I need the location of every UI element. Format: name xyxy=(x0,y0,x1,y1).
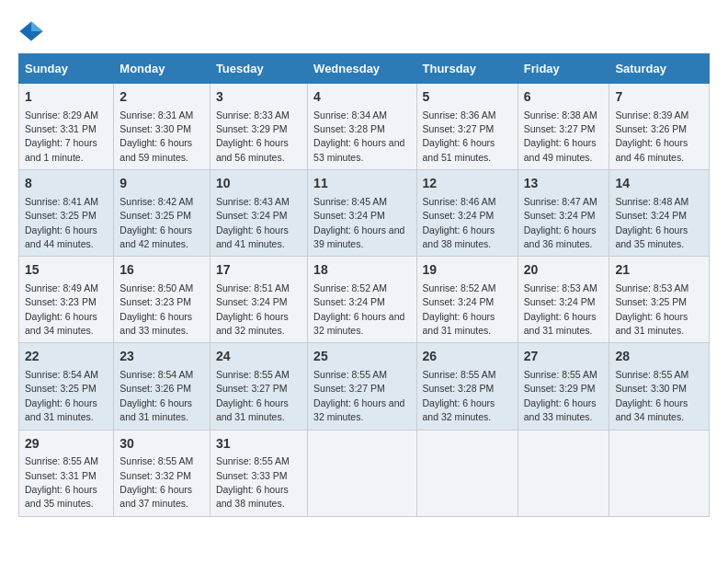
daylight-info: Daylight: 6 hours and 51 minutes. xyxy=(423,137,495,162)
calendar-cell: 24Sunrise: 8:55 AMSunset: 3:27 PMDayligh… xyxy=(210,343,307,430)
calendar-cell: 3Sunrise: 8:33 AMSunset: 3:29 PMDaylight… xyxy=(210,84,307,170)
daylight-info: Daylight: 6 hours and 31 minutes. xyxy=(119,397,192,422)
day-number: 25 xyxy=(313,348,410,366)
day-number: 4 xyxy=(313,88,410,107)
calendar-cell: 14Sunrise: 8:48 AMSunset: 3:24 PMDayligh… xyxy=(609,170,710,257)
column-header-friday: Friday xyxy=(518,54,609,84)
sunset-info: Sunset: 3:24 PM xyxy=(423,210,495,221)
sunset-info: Sunset: 3:33 PM xyxy=(216,470,288,481)
day-number: 8 xyxy=(25,175,108,193)
sunrise-info: Sunrise: 8:42 AM xyxy=(119,196,193,207)
sunrise-info: Sunrise: 8:55 AM xyxy=(615,369,688,380)
daylight-info: Daylight: 6 hours and 32 minutes. xyxy=(313,311,404,336)
daylight-info: Daylight: 6 hours and 59 minutes. xyxy=(119,137,192,162)
calendar-cell: 13Sunrise: 8:47 AMSunset: 3:24 PMDayligh… xyxy=(518,170,609,257)
sunrise-info: Sunrise: 8:47 AM xyxy=(524,196,597,207)
sunset-info: Sunset: 3:24 PM xyxy=(524,210,596,221)
column-header-thursday: Thursday xyxy=(416,54,518,84)
daylight-info: Daylight: 6 hours and 38 minutes. xyxy=(423,224,495,249)
daylight-info: Daylight: 6 hours and 31 minutes. xyxy=(524,311,597,336)
day-number: 6 xyxy=(524,88,604,107)
sunrise-info: Sunrise: 8:52 AM xyxy=(313,282,387,293)
column-header-tuesday: Tuesday xyxy=(210,54,307,84)
column-header-saturday: Saturday xyxy=(609,54,710,84)
calendar-cell: 8Sunrise: 8:41 AMSunset: 3:25 PMDaylight… xyxy=(19,170,114,257)
sunrise-info: Sunrise: 8:55 AM xyxy=(313,369,387,380)
calendar-table: SundayMondayTuesdayWednesdayThursdayFrid… xyxy=(18,53,710,517)
sunrise-info: Sunrise: 8:55 AM xyxy=(119,455,193,466)
sunset-info: Sunset: 3:27 PM xyxy=(216,383,288,394)
sunset-info: Sunset: 3:23 PM xyxy=(25,296,97,307)
calendar-cell: 9Sunrise: 8:42 AMSunset: 3:25 PMDaylight… xyxy=(114,170,210,257)
sunrise-info: Sunrise: 8:52 AM xyxy=(423,282,496,293)
calendar-cell: 31Sunrise: 8:55 AMSunset: 3:33 PMDayligh… xyxy=(210,430,307,516)
calendar-cell: 2Sunrise: 8:31 AMSunset: 3:30 PMDaylight… xyxy=(114,84,210,170)
sunset-info: Sunset: 3:26 PM xyxy=(615,123,687,134)
day-number: 24 xyxy=(216,348,301,366)
sunrise-info: Sunrise: 8:55 AM xyxy=(25,455,98,466)
calendar-cell: 19Sunrise: 8:52 AMSunset: 3:24 PMDayligh… xyxy=(416,257,518,343)
day-number: 15 xyxy=(25,261,108,280)
calendar-cell: 29Sunrise: 8:55 AMSunset: 3:31 PMDayligh… xyxy=(19,430,114,516)
day-number: 30 xyxy=(119,435,204,454)
sunrise-info: Sunrise: 8:31 AM xyxy=(119,109,193,121)
calendar-cell: 5Sunrise: 8:36 AMSunset: 3:27 PMDaylight… xyxy=(416,84,518,170)
sunrise-info: Sunrise: 8:49 AM xyxy=(25,282,98,293)
day-number: 17 xyxy=(216,261,301,280)
calendar-cell: 25Sunrise: 8:55 AMSunset: 3:27 PMDayligh… xyxy=(308,343,416,430)
daylight-info: Daylight: 6 hours and 41 minutes. xyxy=(216,224,289,249)
week-row-1: 1Sunrise: 8:29 AMSunset: 3:31 PMDaylight… xyxy=(19,84,710,170)
week-row-3: 15Sunrise: 8:49 AMSunset: 3:23 PMDayligh… xyxy=(19,257,710,343)
calendar-cell: 12Sunrise: 8:46 AMSunset: 3:24 PMDayligh… xyxy=(416,170,518,257)
daylight-info: Daylight: 6 hours and 46 minutes. xyxy=(615,137,688,162)
sunset-info: Sunset: 3:31 PM xyxy=(25,123,97,134)
sunset-info: Sunset: 3:30 PM xyxy=(119,123,191,134)
day-number: 29 xyxy=(25,435,108,454)
sunrise-info: Sunrise: 8:50 AM xyxy=(119,282,193,293)
sunrise-info: Sunrise: 8:45 AM xyxy=(313,196,387,207)
calendar-cell: 21Sunrise: 8:53 AMSunset: 3:25 PMDayligh… xyxy=(609,257,710,343)
daylight-info: Daylight: 6 hours and 39 minutes. xyxy=(313,224,404,249)
day-number: 19 xyxy=(423,261,512,280)
sunrise-info: Sunrise: 8:55 AM xyxy=(216,369,290,380)
week-row-4: 22Sunrise: 8:54 AMSunset: 3:25 PMDayligh… xyxy=(19,343,710,430)
calendar-cell: 6Sunrise: 8:38 AMSunset: 3:27 PMDaylight… xyxy=(518,84,609,170)
day-number: 12 xyxy=(423,175,512,193)
day-number: 31 xyxy=(216,435,301,454)
day-number: 21 xyxy=(615,261,703,280)
sunrise-info: Sunrise: 8:41 AM xyxy=(25,196,98,207)
week-row-2: 8Sunrise: 8:41 AMSunset: 3:25 PMDaylight… xyxy=(19,170,710,257)
sunset-info: Sunset: 3:28 PM xyxy=(423,383,495,394)
sunset-info: Sunset: 3:24 PM xyxy=(423,296,495,307)
calendar-cell: 20Sunrise: 8:53 AMSunset: 3:24 PMDayligh… xyxy=(518,257,609,343)
sunset-info: Sunset: 3:30 PM xyxy=(615,383,687,394)
sunrise-info: Sunrise: 8:53 AM xyxy=(524,282,597,293)
day-number: 13 xyxy=(524,175,604,193)
sunset-info: Sunset: 3:25 PM xyxy=(25,383,97,394)
daylight-info: Daylight: 6 hours and 32 minutes. xyxy=(216,311,289,336)
sunrise-info: Sunrise: 8:36 AM xyxy=(423,109,496,121)
logo xyxy=(18,18,50,44)
calendar-cell: 16Sunrise: 8:50 AMSunset: 3:23 PMDayligh… xyxy=(114,257,210,343)
sunrise-info: Sunrise: 8:34 AM xyxy=(313,109,387,121)
day-number: 28 xyxy=(615,348,703,366)
sunset-info: Sunset: 3:29 PM xyxy=(216,123,288,134)
svg-marker-1 xyxy=(31,22,43,32)
daylight-info: Daylight: 6 hours and 32 minutes. xyxy=(313,397,404,422)
calendar-cell: 15Sunrise: 8:49 AMSunset: 3:23 PMDayligh… xyxy=(19,257,114,343)
sunrise-info: Sunrise: 8:38 AM xyxy=(524,109,597,121)
day-number: 3 xyxy=(216,88,301,107)
day-number: 9 xyxy=(119,175,204,193)
calendar-cell: 27Sunrise: 8:55 AMSunset: 3:29 PMDayligh… xyxy=(518,343,609,430)
daylight-info: Daylight: 6 hours and 33 minutes. xyxy=(524,397,597,422)
sunrise-info: Sunrise: 8:33 AM xyxy=(216,109,290,121)
calendar-cell: 10Sunrise: 8:43 AMSunset: 3:24 PMDayligh… xyxy=(210,170,307,257)
sunrise-info: Sunrise: 8:39 AM xyxy=(615,109,688,121)
sunset-info: Sunset: 3:25 PM xyxy=(615,296,687,307)
column-header-monday: Monday xyxy=(114,54,210,84)
calendar-cell xyxy=(609,430,710,516)
daylight-info: Daylight: 6 hours and 38 minutes. xyxy=(216,484,289,509)
daylight-info: Daylight: 6 hours and 53 minutes. xyxy=(313,137,404,162)
calendar-cell: 7Sunrise: 8:39 AMSunset: 3:26 PMDaylight… xyxy=(609,84,710,170)
sunrise-info: Sunrise: 8:43 AM xyxy=(216,196,290,207)
